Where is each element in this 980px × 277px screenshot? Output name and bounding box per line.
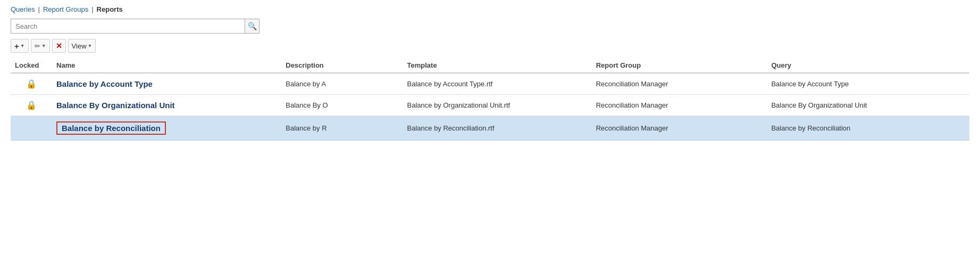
- pencil-icon: ✏: [35, 42, 40, 50]
- row-name-link[interactable]: Balance by Account Type: [56, 79, 153, 88]
- main-container: Queries | Report Groups | Reports 🔍 + ▼ …: [0, 0, 980, 146]
- reports-table: Locked Name Description Template Report …: [11, 58, 969, 141]
- breadcrumb-sep-1: |: [38, 5, 40, 13]
- breadcrumb-current: Reports: [97, 5, 123, 13]
- col-header-report-group: Report Group: [592, 58, 767, 73]
- cell-description: Balance by R: [281, 116, 403, 141]
- search-input[interactable]: [11, 19, 245, 34]
- plus-icon: +: [14, 42, 19, 51]
- table-row[interactable]: 🔒Balance by Account TypeBalance by ABala…: [11, 73, 969, 95]
- col-header-name: Name: [52, 58, 281, 73]
- breadcrumb-queries[interactable]: Queries: [11, 5, 35, 13]
- search-icon: 🔍: [248, 22, 257, 30]
- add-button[interactable]: + ▼: [11, 39, 29, 53]
- cell-name: Balance by Account Type: [52, 73, 281, 95]
- cell-description: Balance by A: [281, 73, 403, 95]
- cell-query: Balance by Account Type: [767, 73, 969, 95]
- col-header-template: Template: [403, 58, 592, 73]
- view-caret-icon: ▼: [88, 43, 93, 48]
- cell-query: Balance By Organizational Unit: [767, 95, 969, 116]
- view-label: View: [72, 42, 87, 50]
- table-row[interactable]: 🔒Balance By Organizational UnitBalance B…: [11, 95, 969, 116]
- breadcrumb-report-groups[interactable]: Report Groups: [43, 5, 88, 13]
- edit-caret-icon: ▼: [41, 43, 46, 48]
- cell-locked: 🔒: [11, 73, 52, 95]
- cell-template: Balance by Reconciliation.rtf: [403, 116, 592, 141]
- col-header-locked: Locked: [11, 58, 52, 73]
- cell-query: Balance by Reconciliation: [767, 116, 969, 141]
- cell-description: Balance By O: [281, 95, 403, 116]
- x-icon: ✕: [56, 42, 62, 50]
- cell-locked: [11, 116, 52, 141]
- col-header-description: Description: [281, 58, 403, 73]
- cell-report-group: Reconciliation Manager: [592, 95, 767, 116]
- cell-locked: 🔒: [11, 95, 52, 116]
- breadcrumb-sep-2: |: [91, 5, 93, 13]
- cell-report-group: Reconciliation Manager: [592, 116, 767, 141]
- lock-icon: 🔒: [26, 101, 37, 110]
- row-name-link[interactable]: Balance by Reconciliation: [56, 121, 166, 135]
- table-header-row: Locked Name Description Template Report …: [11, 58, 969, 73]
- col-header-query: Query: [767, 58, 969, 73]
- cell-report-group: Reconciliation Manager: [592, 73, 767, 95]
- cell-template: Balance by Organizational Unit.rtf: [403, 95, 592, 116]
- toolbar: + ▼ ✏ ▼ ✕ View ▼: [11, 39, 969, 53]
- cell-name: Balance by Reconciliation: [52, 116, 281, 141]
- delete-button[interactable]: ✕: [52, 39, 66, 53]
- cell-name: Balance By Organizational Unit: [52, 95, 281, 116]
- row-name-link[interactable]: Balance By Organizational Unit: [56, 101, 175, 110]
- add-caret-icon: ▼: [20, 43, 25, 48]
- breadcrumb: Queries | Report Groups | Reports: [11, 5, 969, 13]
- search-button[interactable]: 🔍: [245, 19, 259, 34]
- edit-button[interactable]: ✏ ▼: [31, 39, 50, 53]
- search-bar: 🔍: [11, 19, 969, 34]
- cell-template: Balance by Account Type.rtf: [403, 73, 592, 95]
- lock-icon: 🔒: [26, 79, 37, 88]
- table-row[interactable]: Balance by ReconciliationBalance by RBal…: [11, 116, 969, 141]
- view-button[interactable]: View ▼: [68, 39, 96, 53]
